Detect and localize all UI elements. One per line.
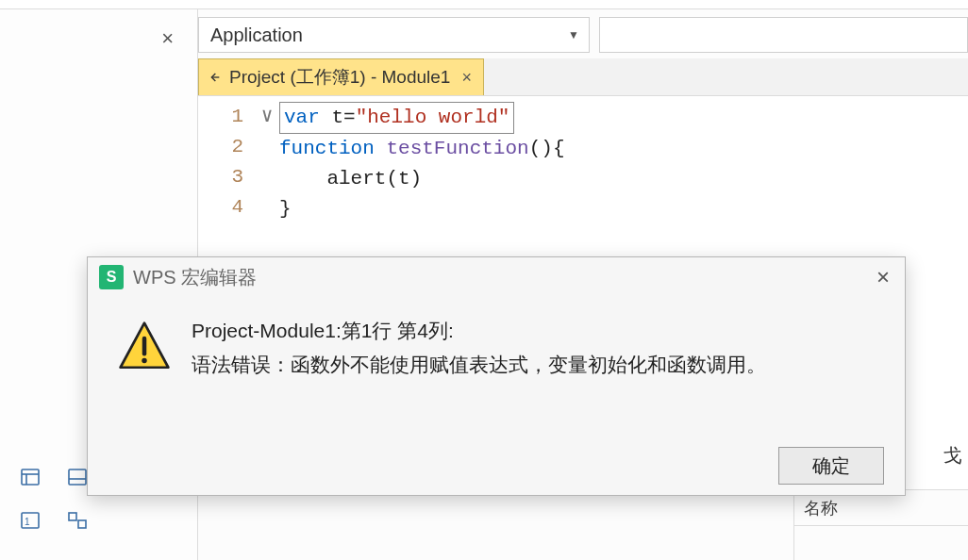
dialog-message-line1: Project-Module1:第1行 第4列: (192, 314, 882, 348)
line-number: 4 (198, 192, 243, 222)
tab-bar: Project (工作簿1) - Module1 × (198, 58, 968, 96)
svg-text:1: 1 (25, 517, 30, 527)
warning-icon (110, 314, 178, 420)
bottom-right-panel: 名称 (793, 490, 968, 560)
svg-rect-3 (69, 469, 86, 485)
dialog-message-line2: 语法错误：函数外不能使用赋值表达式，变量初始化和函数调用。 (192, 348, 882, 382)
tab-module1[interactable]: Project (工作簿1) - Module1 × (198, 58, 484, 95)
dropdown-bar: Application ▼ (198, 9, 968, 58)
top-toolbar-strip (0, 0, 968, 9)
panel-icon-3[interactable]: 1 (17, 507, 43, 534)
line-number: 2 (198, 132, 243, 162)
line-number: 3 (198, 162, 243, 192)
wps-app-icon: S (99, 265, 124, 289)
svg-rect-7 (69, 513, 76, 520)
bottom-left-area (198, 490, 793, 560)
dialog-message: Project-Module1:第1行 第4列: 语法错误：函数外不能使用赋值表… (178, 314, 882, 420)
stray-char: 戈 (943, 443, 962, 469)
bottom-panel: 名称 (198, 489, 968, 560)
chevron-down-icon: ▼ (568, 28, 579, 41)
code-line[interactable]: var t="hello world" (279, 102, 968, 134)
left-bottom-icon-group: 1 (17, 464, 91, 534)
tab-label: Project (工作簿1) - Module1 (229, 65, 450, 90)
dialog-close-icon[interactable]: × (876, 264, 890, 290)
close-panel-icon[interactable]: × (161, 26, 174, 51)
ok-button[interactable]: 确定 (778, 447, 884, 485)
svg-rect-8 (78, 520, 86, 528)
close-tab-icon[interactable]: × (461, 68, 472, 88)
line-number: 1 (198, 102, 243, 132)
code-line[interactable]: alert(t) (279, 164, 968, 194)
code-line[interactable]: } (279, 194, 968, 224)
dialog-footer: 确定 (88, 436, 905, 495)
dialog-titlebar[interactable]: S WPS 宏编辑器 × (88, 257, 905, 297)
code-line[interactable]: function testFunction(){ (279, 134, 968, 164)
back-arrow-icon (207, 70, 222, 85)
fold-marker[interactable]: ∨ (255, 102, 279, 132)
scope-dropdown[interactable]: Application ▼ (198, 17, 590, 53)
panel-icon-1[interactable] (17, 464, 43, 490)
dialog-body: Project-Module1:第1行 第4列: 语法错误：函数外不能使用赋值表… (88, 297, 905, 436)
dialog-title-text: WPS 宏编辑器 (133, 265, 257, 290)
error-dialog: S WPS 宏编辑器 × Project-Module1:第1行 第4列: 语法… (87, 256, 906, 496)
svg-rect-0 (22, 469, 39, 485)
scope-dropdown-label: Application (210, 25, 303, 46)
panel-icon-4[interactable] (64, 507, 91, 534)
secondary-dropdown[interactable] (599, 17, 968, 53)
svg-point-12 (142, 358, 146, 363)
